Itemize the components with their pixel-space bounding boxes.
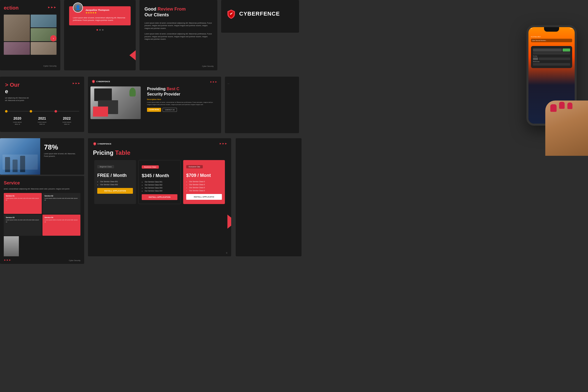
person-face xyxy=(4,236,19,256)
service-4-desc: Lorem ipsum dolor sit amet color elit am… xyxy=(44,219,78,223)
partial-content: ... xyxy=(225,77,299,91)
year-2022-label: 2022 xyxy=(55,116,79,120)
brand-name: CYBERFENCE xyxy=(239,11,280,17)
office-table xyxy=(3,155,38,170)
photo-4 xyxy=(4,42,30,55)
title-our-clients: Our Clients xyxy=(144,12,169,17)
product-brand-name: CYBERFENCE xyxy=(96,80,110,83)
phone-date: 6 12 Nov 2017 xyxy=(531,36,572,37)
business-badge: Business Class xyxy=(142,165,159,169)
year-2020-label: 2020 xyxy=(5,116,30,120)
slide1-arrows: ►►► xyxy=(47,6,57,9)
photo-2 xyxy=(31,15,57,27)
contact-us-button[interactable]: CONTACT US xyxy=(163,108,177,112)
timeline-dot-1 xyxy=(5,110,8,113)
service-grid: Service 01 Lorem ipsum dolor sit amet co… xyxy=(4,193,80,236)
business-install-btn[interactable]: INSTALL APPLICATION xyxy=(142,194,177,200)
pricing-cards: Beginner Class FREE / Month Our Service … xyxy=(88,160,231,204)
pricing-footer: C xyxy=(226,252,227,254)
business-service-1: Our Service Class 001 xyxy=(142,181,177,183)
dot-3[interactable] xyxy=(102,29,104,31)
review-text: Lorem ipsum dolor sit amet, consectetuer… xyxy=(73,17,127,22)
product-content: Providing Best C Security Provider Descr… xyxy=(88,85,221,125)
service-3-desc: Lorem ipsum dolor sit amet color elit am… xyxy=(6,219,40,223)
exclusive-install-btn[interactable]: INSTALL APPLICATIO xyxy=(186,194,222,200)
beginner-install-btn[interactable]: INSTALL APPLICATION xyxy=(97,188,133,194)
review-body-2: Lorem ipsum dolor sit amet, consectetuer… xyxy=(139,33,217,41)
phone-icons: ▲▲▲ xyxy=(570,28,573,29)
phone-ui-row-4 xyxy=(533,63,570,66)
photo-1 xyxy=(4,15,30,41)
service-footer: Cyber Security xyxy=(69,260,80,261)
laptop-screen xyxy=(94,88,112,101)
year-2021: 2021 Lorem ipsumdolor sit xyxy=(30,116,54,125)
beginner-service-2: Our Service Class 002 xyxy=(97,184,133,185)
pricing-title-black: Pricing xyxy=(93,149,115,156)
pricing-title-red: Table xyxy=(115,149,130,156)
exclusive-services: Our Service Class 0 Our Service Class 0 … xyxy=(186,181,222,191)
slide-exclusive-partial xyxy=(236,138,302,256)
pricing-brand-name: CYBERFENCE xyxy=(97,143,111,145)
phone-mockup: 9:41 ▲▲▲ 6 12 Nov 2017 Cyber Security Bu… xyxy=(515,25,588,151)
exclusive-partial-content xyxy=(236,138,302,146)
business-class-card: Business Class $345 / Month Our Service … xyxy=(138,160,181,204)
product-buttons: LEARN MORE CONTACT US xyxy=(147,108,217,112)
stats-side: 78% Lorem ipsum dolor sit amet, elit. Ma… xyxy=(40,138,84,175)
exclusive-service-2: Our Service Class 0 xyxy=(186,184,222,185)
timeline-dot-3 xyxy=(55,110,57,113)
fingernail-2 xyxy=(559,102,565,109)
dot-1[interactable] xyxy=(96,29,98,31)
year-2022-text: Lorem ipsumdolor sit xyxy=(55,121,79,125)
service-title: Service xyxy=(0,176,84,188)
photo-grid xyxy=(4,15,57,55)
timeline-line-1 xyxy=(8,111,30,111)
service-1-title: Service 01 xyxy=(6,195,40,197)
nav-arrow-right[interactable]: › xyxy=(50,35,57,41)
service-cell-3: Service 03 Lorem ipsum dolor sit amet co… xyxy=(4,215,42,236)
slide-team-connection: ection ►►► › Cyber Security xyxy=(0,0,60,70)
timeline-title-red: > Our xyxy=(0,77,84,88)
reviewer-name: Jacqueline Thompson xyxy=(85,9,127,11)
dot-2[interactable] xyxy=(99,29,101,31)
service-footer-text: Cyber Security xyxy=(69,260,80,261)
service-cell-2: Service 02 Lorem ipsum dolor sit amet co… xyxy=(42,193,80,214)
service-3-title: Service 03 xyxy=(6,217,40,218)
timeline-years: 2020 Lorem ipsumdolor sit 2021 Lorem ips… xyxy=(0,116,84,125)
desc-label: Description Here xyxy=(147,99,217,100)
timeline-line-3 xyxy=(57,111,79,111)
logo-area: CYBERFENCE xyxy=(221,0,299,28)
year-2022: 2022 Lorem ipsumdolor sit xyxy=(55,116,79,125)
exclusive-class-card: Exclusive Clas $709 / Mont Our Service C… xyxy=(183,160,225,204)
learn-more-button[interactable]: LEARN MORE xyxy=(147,108,161,112)
product-shield-icon xyxy=(92,80,95,83)
exclusive-service-3: Our Service Class 0 xyxy=(186,187,222,188)
fingernail-1 xyxy=(550,104,557,112)
phone-ui-row-2 xyxy=(533,52,570,55)
review-body-1: Lorem ipsum dolor sit amet, consectetuer… xyxy=(139,22,217,30)
timeline-dots xyxy=(0,106,84,116)
product-description: Lorem ipsum dolor sit amet, consectetuer… xyxy=(147,101,217,106)
year-2020: 2020 Lorem ipsumdolor sit xyxy=(5,116,30,125)
timeline-body: uer adipiscing elit. Maecenas dolelit. M… xyxy=(0,95,84,104)
title-red: Review From xyxy=(158,7,186,12)
service-cell-1: Service 01 Lorem ipsum dolor sit amet co… xyxy=(4,193,42,214)
slide1-footer: Cyber Security xyxy=(40,64,60,68)
business-service-4: Our Service Class 004 xyxy=(142,190,177,192)
business-price: $345 / Month xyxy=(142,173,177,178)
phone-notch xyxy=(544,27,559,32)
exclusive-price: $709 / Mont xyxy=(186,173,222,178)
phone-time: 9:41 xyxy=(530,28,532,29)
year-2021-label: 2021 xyxy=(30,116,54,120)
slide3-title: Good Review From Our Clients xyxy=(139,0,217,22)
slide-pricing: CYBERFENCE ►►► Pricing Table Beginner Cl… xyxy=(88,138,231,256)
phone-ui-row-3 xyxy=(533,58,570,60)
red-accent-block xyxy=(93,107,108,117)
product-title: Providing Best C Security Provider xyxy=(147,86,217,97)
photo-5 xyxy=(31,42,57,55)
title-security: Security Provider xyxy=(147,92,180,96)
partial-text: ... xyxy=(227,82,297,84)
office-background xyxy=(0,138,40,175)
phone-label-sunday: Sunday xyxy=(533,55,570,57)
phone-label-wednesday: Wednesday xyxy=(533,61,570,62)
phone-hand xyxy=(545,101,588,156)
